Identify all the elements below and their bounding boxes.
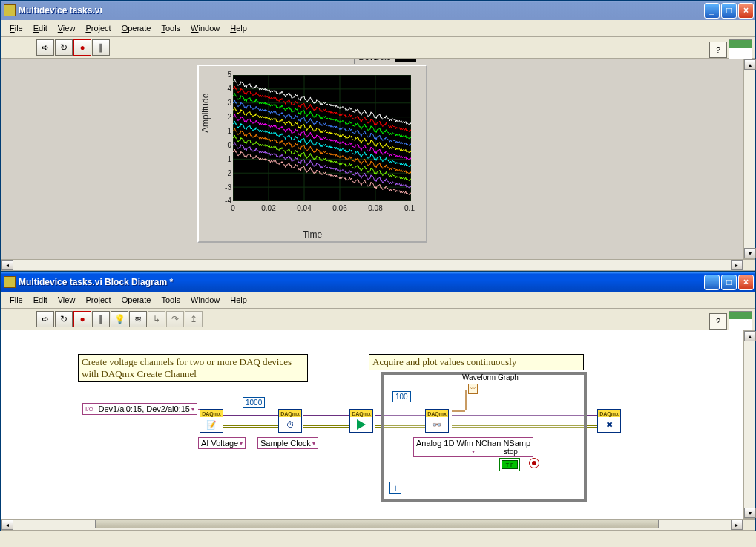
abort-button[interactable]: ● [73, 311, 91, 327]
close-button[interactable]: × [738, 275, 754, 290]
window-title: Multidevice tasks.vi Block Diagram * [19, 277, 703, 287]
vi-file-icon [4, 276, 16, 288]
legend-label: Dev1/ai0 [359, 59, 391, 62]
menu-project[interactable]: Project [81, 22, 115, 34]
x-tick: 0 [231, 204, 235, 212]
rate-constant[interactable]: 1000 [243, 397, 265, 408]
front-panel: Dev1/ai0 Amplitude Time 5 4 3 2 1 0 -1 -… [1, 59, 755, 259]
menu-help[interactable]: Help [226, 22, 252, 34]
context-help-button[interactable]: ? [709, 313, 727, 330]
y-tick: 4 [221, 85, 231, 93]
close-button[interactable]: × [738, 3, 754, 19]
vi-connector-icon[interactable] [729, 39, 752, 60]
context-help-button[interactable]: ? [709, 42, 727, 58]
menu-tools[interactable]: Tools [157, 22, 185, 34]
step-over-button[interactable]: ↷ [166, 311, 184, 327]
minimize-button[interactable]: _ [704, 3, 720, 19]
scroll-down-button[interactable]: ▾ [744, 248, 756, 258]
scroll-left-button[interactable]: ◂ [1, 260, 13, 270]
waveform-graph-terminal[interactable]: 〰 [468, 384, 478, 394]
x-tick: 0.02 [261, 204, 275, 212]
comment-acquire-plot[interactable]: Acquire and plot values continuously [369, 354, 584, 370]
menu-operate[interactable]: Operate [117, 294, 156, 306]
while-loop[interactable]: 100 Waveform Graph 〰 DAQmx👓 Analog 1D Wf… [381, 372, 587, 502]
create-channel-selector[interactable]: AI Voltage [198, 437, 246, 449]
legend-sample-icon [395, 59, 416, 62]
vi-file-icon [4, 4, 16, 16]
menu-file[interactable]: File [5, 294, 27, 306]
menu-file[interactable]: File [5, 22, 27, 34]
scroll-thumb[interactable] [95, 520, 659, 528]
toolbar: ➪ ↻ ● ∥ 💡 ≋ ↳ ↷ ↥ ? [1, 309, 755, 330]
scroll-up-button[interactable]: ▴ [744, 59, 756, 70]
run-continuous-button[interactable]: ↻ [55, 39, 73, 56]
scroll-track[interactable] [744, 341, 755, 508]
plot-legend[interactable]: Dev1/ai0 [354, 59, 421, 64]
waveform-graph[interactable]: Dev1/ai0 Amplitude Time 5 4 3 2 1 0 -1 -… [197, 65, 427, 243]
step-into-button[interactable]: ↳ [148, 311, 165, 327]
menu-edit[interactable]: Edit [29, 294, 52, 306]
iteration-terminal: i [389, 482, 401, 494]
menu-tools[interactable]: Tools [157, 294, 185, 306]
menu-view[interactable]: View [53, 22, 80, 34]
menu-project[interactable]: Project [81, 294, 115, 306]
timing-selector[interactable]: Sample Clock [257, 437, 318, 449]
y-tick: -3 [221, 183, 231, 191]
vertical-scrollbar[interactable]: ▴ ▾ [743, 59, 755, 259]
physical-channels-constant[interactable]: I/O Dev1/ai0:15, Dev2/ai0:15 [82, 403, 197, 415]
scroll-left-button[interactable]: ◂ [1, 520, 13, 530]
menubar: File Edit View Project Operate Tools Win… [1, 292, 755, 309]
pause-button[interactable]: ∥ [92, 311, 110, 327]
front-panel-window: Multidevice tasks.vi _ □ × File Edit Vie… [0, 0, 756, 272]
titlebar[interactable]: Multidevice tasks.vi Block Diagram * _ □… [1, 272, 755, 292]
menu-operate[interactable]: Operate [117, 22, 156, 34]
pause-button[interactable]: ∥ [92, 39, 110, 56]
vertical-scrollbar[interactable]: ▴ ▾ [743, 330, 755, 519]
titlebar[interactable]: Multidevice tasks.vi _ □ × [1, 1, 755, 20]
scroll-track[interactable] [13, 520, 731, 530]
scroll-up-button[interactable]: ▴ [744, 331, 756, 341]
maximize-button[interactable]: □ [721, 275, 737, 290]
menu-window[interactable]: Window [186, 294, 224, 306]
menu-edit[interactable]: Edit [29, 22, 52, 34]
daqmx-read[interactable]: DAQmx👓 [425, 409, 449, 433]
minimize-button[interactable]: _ [704, 275, 720, 290]
run-button[interactable]: ➪ [36, 311, 54, 327]
vi-connector-icon[interactable] [729, 311, 752, 332]
wire-task [223, 415, 278, 416]
abort-button[interactable]: ● [73, 39, 91, 56]
daqmx-timing[interactable]: DAQmx⏱ [278, 409, 302, 433]
run-continuous-button[interactable]: ↻ [55, 311, 73, 327]
daqmx-create-channel[interactable]: DAQmx📝 [200, 409, 223, 433]
daqmx-start-task[interactable]: DAQmx [349, 409, 373, 433]
samples-constant[interactable]: 100 [392, 391, 411, 402]
scroll-right-button[interactable]: ▸ [731, 260, 743, 270]
daqmx-clear-task[interactable]: DAQmx✖ [597, 409, 621, 433]
x-tick: 0.1 [404, 204, 415, 212]
step-out-button[interactable]: ↥ [185, 311, 203, 327]
maximize-button[interactable]: □ [721, 3, 737, 19]
x-tick: 0.04 [297, 204, 311, 212]
retain-wire-button[interactable]: ≋ [129, 311, 147, 327]
menu-help[interactable]: Help [226, 294, 252, 306]
scroll-down-button[interactable]: ▾ [744, 508, 756, 518]
comment-create-channels[interactable]: Create voltage channels for two or more … [78, 354, 308, 382]
scroll-right-button[interactable]: ▸ [731, 520, 743, 530]
waveform-graph-label: Waveform Graph [462, 373, 519, 381]
y-tick: -2 [221, 169, 231, 177]
scroll-corner [743, 260, 755, 270]
stop-button-terminal[interactable]: T F [499, 458, 520, 471]
horizontal-scrollbar[interactable]: ◂ ▸ [1, 259, 755, 271]
wire-error [223, 425, 278, 428]
toolbar: ➪ ↻ ● ∥ ? [1, 37, 755, 59]
menu-window[interactable]: Window [186, 22, 224, 34]
scroll-track[interactable] [744, 70, 755, 248]
window-title: Multidevice tasks.vi [19, 5, 703, 16]
horizontal-scrollbar[interactable]: ◂ ▸ [1, 519, 755, 531]
y-tick: 1 [221, 127, 231, 135]
run-button[interactable]: ➪ [36, 39, 54, 56]
scroll-track[interactable] [13, 260, 731, 270]
loop-condition-terminal[interactable] [529, 458, 539, 470]
highlight-button[interactable]: 💡 [111, 311, 128, 327]
menu-view[interactable]: View [53, 294, 80, 306]
